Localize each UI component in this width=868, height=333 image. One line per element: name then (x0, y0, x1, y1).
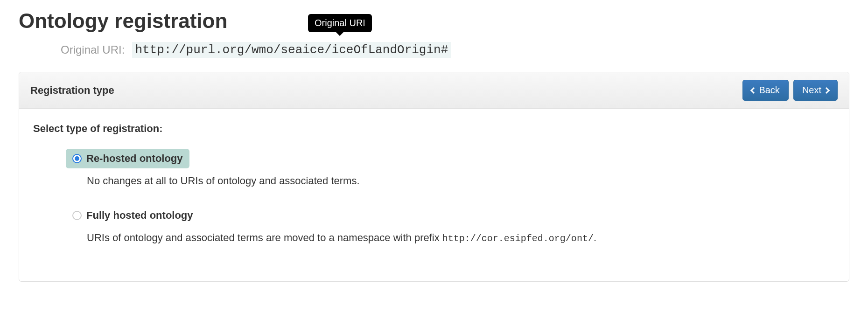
back-button-label: Back (759, 85, 779, 96)
option-fully-header[interactable]: Fully hosted ontology (66, 206, 200, 225)
panel-title: Registration type (30, 84, 114, 97)
original-uri-label: Original URI: (61, 43, 125, 56)
option-rehosted-label: Re-hosted ontology (86, 153, 183, 165)
options-group: Re-hosted ontology No changes at all to … (66, 149, 835, 244)
option-rehosted: Re-hosted ontology No changes at all to … (66, 149, 835, 187)
registration-type-panel: Registration type Back Next Select type … (19, 72, 849, 282)
option-fully-hosted: Fully hosted ontology URIs of ontology a… (66, 206, 835, 244)
section-label: Select type of registration: (33, 123, 835, 135)
chevron-left-icon (750, 87, 757, 93)
option-rehosted-desc: No changes at all to URIs of ontology an… (87, 175, 835, 187)
panel-buttons: Back Next (742, 80, 838, 101)
page-title: Ontology registration (19, 9, 849, 33)
panel-body: Select type of registration: Re-hosted o… (19, 109, 849, 281)
original-uri-tooltip: Original URI (308, 14, 372, 32)
back-button[interactable]: Back (742, 80, 788, 101)
original-uri-row: Original URI Original URI: http://purl.o… (61, 42, 849, 58)
panel-header: Registration type Back Next (19, 72, 849, 109)
option-fully-desc-code: http://cor.esipfed.org/ont/ (442, 233, 594, 244)
option-rehosted-header[interactable]: Re-hosted ontology (66, 149, 189, 168)
chevron-right-icon (823, 87, 830, 93)
option-fully-desc-suffix: . (594, 232, 596, 243)
option-fully-desc-prefix: URIs of ontology and associated terms ar… (87, 232, 442, 243)
option-fully-label: Fully hosted ontology (86, 209, 193, 222)
next-button[interactable]: Next (793, 80, 838, 101)
next-button-label: Next (802, 85, 821, 96)
original-uri-value: http://purl.org/wmo/seaice/iceOfLandOrig… (132, 42, 451, 58)
radio-rehosted[interactable] (72, 154, 82, 163)
radio-fully-hosted[interactable] (72, 211, 82, 220)
option-fully-desc: URIs of ontology and associated terms ar… (87, 232, 835, 244)
